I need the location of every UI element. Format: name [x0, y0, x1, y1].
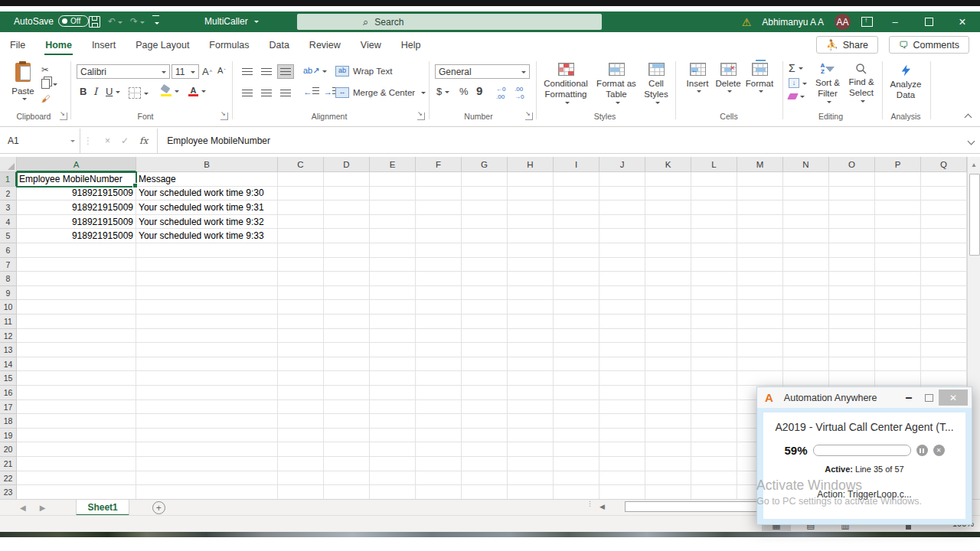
cell-G21[interactable]: [462, 457, 508, 471]
cell-F4[interactable]: [416, 215, 462, 230]
expand-formula-bar-icon[interactable]: [962, 129, 980, 153]
cell-A15[interactable]: [17, 371, 136, 386]
cell-Q13[interactable]: [921, 343, 967, 357]
cell-O2[interactable]: [829, 187, 875, 201]
cell-I6[interactable]: [554, 243, 599, 258]
clipboard-dialog-launcher[interactable]: [60, 112, 67, 120]
cell-J12[interactable]: [599, 329, 645, 344]
cell-K19[interactable]: [645, 429, 691, 443]
cell-L5[interactable]: [691, 229, 737, 243]
cell-O9[interactable]: [829, 286, 875, 301]
cell-M5[interactable]: [737, 229, 783, 243]
cell-O3[interactable]: [829, 201, 875, 215]
cell-B6[interactable]: [136, 243, 278, 258]
cell-N2[interactable]: [783, 187, 829, 201]
cell-M4[interactable]: [737, 215, 783, 230]
alignment-dialog-launcher[interactable]: [417, 112, 425, 120]
cell-F11[interactable]: [416, 315, 462, 329]
cell-A6[interactable]: [17, 243, 136, 258]
cell-J10[interactable]: [599, 300, 645, 315]
cell-H4[interactable]: [508, 215, 554, 230]
cell-F7[interactable]: [416, 258, 462, 272]
cell-A14[interactable]: [17, 357, 136, 372]
column-header-H[interactable]: H: [508, 157, 554, 172]
minimize-button[interactable]: –: [884, 11, 906, 32]
format-painter-button[interactable]: 🖌: [41, 94, 51, 103]
cell-A1[interactable]: Employee MobileNumber: [17, 172, 136, 187]
cell-O7[interactable]: [829, 258, 875, 272]
cell-P4[interactable]: [875, 215, 921, 230]
cell-D16[interactable]: [324, 386, 370, 400]
cell-J14[interactable]: [599, 357, 645, 372]
cell-D6[interactable]: [324, 243, 370, 258]
cell-A10[interactable]: [17, 300, 136, 315]
cell-I17[interactable]: [554, 400, 599, 415]
cell-C11[interactable]: [278, 315, 324, 329]
cell-L10[interactable]: [691, 300, 737, 315]
cell-D4[interactable]: [324, 215, 370, 230]
row-header-14[interactable]: 14: [0, 357, 17, 372]
cell-G23[interactable]: [462, 485, 508, 499]
cell-C10[interactable]: [278, 300, 324, 315]
cell-J19[interactable]: [599, 429, 645, 443]
cell-H21[interactable]: [508, 457, 554, 471]
cell-M7[interactable]: [737, 258, 783, 272]
column-header-B[interactable]: B: [136, 157, 278, 172]
row-header-21[interactable]: 21: [0, 457, 17, 471]
cell-L6[interactable]: [691, 243, 737, 258]
cell-C2[interactable]: [278, 187, 324, 201]
cell-D11[interactable]: [324, 315, 370, 329]
increase-font-button[interactable]: A^: [202, 66, 212, 77]
cell-K5[interactable]: [645, 229, 691, 243]
cell-A9[interactable]: [17, 286, 136, 301]
cell-I20[interactable]: [554, 442, 599, 457]
cell-G14[interactable]: [462, 357, 508, 372]
cell-E5[interactable]: [370, 229, 416, 243]
row-header-18[interactable]: 18: [0, 414, 17, 429]
cell-E11[interactable]: [370, 315, 416, 329]
cell-C20[interactable]: [278, 442, 324, 457]
tab-view[interactable]: View: [351, 32, 391, 58]
cell-F8[interactable]: [416, 272, 462, 286]
font-color-button[interactable]: A: [188, 86, 206, 96]
cell-K16[interactable]: [645, 386, 691, 400]
row-header-17[interactable]: 17: [0, 400, 17, 415]
number-dialog-launcher[interactable]: [525, 112, 533, 120]
cell-N7[interactable]: [783, 258, 829, 272]
cell-H12[interactable]: [508, 329, 554, 344]
cell-P3[interactable]: [875, 201, 921, 215]
cell-E1[interactable]: [370, 172, 416, 187]
splitter-dots[interactable]: ⋮: [586, 502, 593, 505]
column-header-M[interactable]: M: [737, 157, 783, 172]
cell-B23[interactable]: [136, 485, 278, 499]
cell-P2[interactable]: [875, 187, 921, 201]
cell-D15[interactable]: [324, 371, 370, 386]
cell-K23[interactable]: [645, 485, 691, 499]
cell-I9[interactable]: [554, 286, 599, 301]
new-sheet-button[interactable]: +: [152, 501, 165, 514]
cell-D7[interactable]: [324, 258, 370, 272]
align-top-button[interactable]: [239, 64, 256, 79]
tab-data[interactable]: Data: [259, 32, 299, 58]
cell-P6[interactable]: [875, 243, 921, 258]
popup-minimize-button[interactable]: –: [899, 391, 919, 405]
cell-L20[interactable]: [691, 442, 737, 457]
cell-O4[interactable]: [829, 215, 875, 230]
comments-button[interactable]: 🗨Comments: [889, 36, 969, 54]
cell-H15[interactable]: [508, 371, 554, 386]
cell-F13[interactable]: [416, 343, 462, 357]
cell-L12[interactable]: [691, 329, 737, 344]
cell-B18[interactable]: [136, 414, 278, 429]
row-header-7[interactable]: 7: [0, 258, 17, 272]
cell-N10[interactable]: [783, 300, 829, 315]
fill-button[interactable]: ↓: [789, 78, 807, 88]
cell-D14[interactable]: [324, 357, 370, 372]
cell-N1[interactable]: [783, 172, 829, 187]
column-header-Q[interactable]: Q: [921, 157, 967, 172]
cell-E14[interactable]: [370, 357, 416, 372]
cell-F1[interactable]: [416, 172, 462, 187]
cell-E9[interactable]: [370, 286, 416, 301]
cell-Q5[interactable]: [921, 229, 967, 243]
cell-B10[interactable]: [136, 300, 278, 315]
row-header-5[interactable]: 5: [0, 229, 17, 243]
